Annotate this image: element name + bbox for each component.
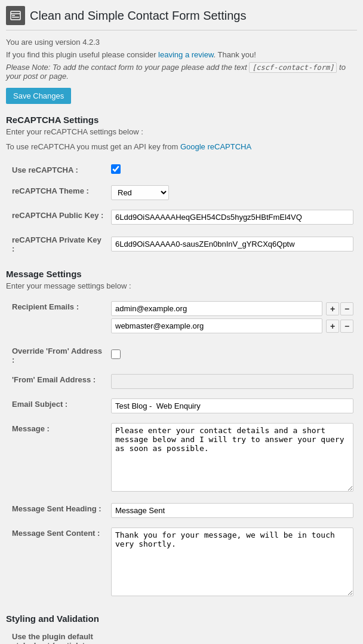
review-link[interactable]: leaving a review (158, 50, 214, 59)
remove-email-btn-1[interactable]: − (340, 302, 353, 315)
recaptcha-public-key-row: reCAPTCHA Public Key : (6, 205, 357, 229)
review-outro: . Thank you! (214, 50, 256, 59)
sent-content-textarea[interactable]: Thank you for your message, we will be i… (111, 528, 353, 596)
add-email-btn-2[interactable]: + (326, 320, 339, 333)
google-recaptcha-link[interactable]: Google reCAPTCHA (180, 142, 251, 151)
recipient-emails-label: Recipient Emails : (6, 296, 107, 341)
message-section-title: Message Settings (6, 269, 357, 279)
sent-content-label: Message Sent Content : (6, 523, 107, 603)
notice-prefix: Please Note: To add the contact form to … (6, 63, 249, 72)
svg-rect-2 (12, 15, 15, 16)
recaptcha-public-key-label: reCAPTCHA Public Key : (6, 205, 107, 229)
recaptcha-use-row: Use reCAPTCHA : (6, 160, 357, 180)
recaptcha-theme-label: reCAPTCHA Theme : (6, 180, 107, 205)
override-from-label: Override 'From' Address : (6, 341, 107, 369)
recaptcha-public-key-input[interactable] (111, 210, 353, 225)
shortcode-notice: Please Note: To add the contact form to … (6, 63, 357, 81)
page-header: Clean and Simple Contact Form Settings (6, 6, 357, 30)
message-label: Message : (6, 418, 107, 498)
message-section-desc: Enter your message settings below : (6, 281, 357, 290)
recaptcha-use-checkbox[interactable] (111, 164, 121, 174)
remove-email-btn-2[interactable]: − (340, 320, 353, 333)
page-title: Clean and Simple Contact Form Settings (30, 9, 246, 23)
add-email-btn-1[interactable]: + (326, 302, 339, 315)
stylesheet-row: Use the plugin default stylesheet (un-ti… (6, 626, 357, 644)
recaptcha-private-key-label: reCAPTCHA Private Key : (6, 229, 107, 258)
stylesheet-label: Use the plugin default stylesheet (un-ti… (6, 626, 107, 644)
version-text: You are using version 4.2.3 (6, 38, 357, 47)
override-from-row: Override 'From' Address : (6, 341, 357, 369)
api-notice-prefix: To use reCAPTCHA you must get an API key… (6, 142, 180, 151)
message-form-table: Recipient Emails : + − + − Override 'Fro… (6, 296, 357, 603)
sent-content-row: Message Sent Content : Thank you for you… (6, 523, 357, 603)
save-button-top[interactable]: Save Changes (6, 88, 71, 104)
review-notice: If you find this plugin useful please co… (6, 50, 357, 59)
from-email-row: 'From' Email Address : (6, 369, 357, 394)
recaptcha-private-key-input[interactable] (111, 237, 353, 252)
email-row-2: + − (111, 318, 353, 333)
recaptcha-use-label: Use reCAPTCHA : (6, 160, 107, 180)
review-intro: If you find this plugin useful please co… (6, 50, 158, 59)
api-notice: To use reCAPTCHA you must get an API key… (6, 142, 357, 151)
styling-form-table: Use the plugin default stylesheet (un-ti… (6, 626, 357, 644)
sent-heading-label: Message Sent Heading : (6, 498, 107, 523)
sent-heading-row: Message Sent Heading : (6, 498, 357, 523)
recipient-emails-row: Recipient Emails : + − + − (6, 296, 357, 341)
from-email-label: 'From' Email Address : (6, 369, 107, 394)
email-subject-label: Email Subject : (6, 394, 107, 418)
recaptcha-theme-row: reCAPTCHA Theme : Red White Blackglass C… (6, 180, 357, 205)
recaptcha-section-desc: Enter your reCAPTCHA settings below : (6, 127, 357, 136)
recaptcha-section-title: ReCAPTCHA Settings (6, 115, 357, 125)
recaptcha-form-table: Use reCAPTCHA : reCAPTCHA Theme : Red Wh… (6, 160, 357, 258)
recipient-email-input-2[interactable] (111, 318, 322, 333)
recipient-email-input-1[interactable] (111, 301, 322, 316)
message-textarea[interactable]: Please enter your contact details and a … (111, 423, 353, 492)
styling-section-title: Styling and Validation (6, 614, 357, 624)
email-subject-input[interactable] (111, 398, 353, 413)
from-email-input[interactable] (111, 374, 353, 389)
recaptcha-theme-select[interactable]: Red White Blackglass Clean (111, 185, 169, 200)
plugin-icon (6, 6, 25, 25)
shortcode: [cscf-contact-form] (249, 62, 337, 73)
sent-heading-input[interactable] (111, 503, 353, 518)
svg-rect-3 (12, 17, 19, 18)
email-row-1: + − (111, 301, 353, 316)
override-from-checkbox[interactable] (111, 349, 121, 359)
email-subject-row: Email Subject : (6, 394, 357, 418)
message-row: Message : Please enter your contact deta… (6, 418, 357, 498)
recaptcha-private-key-row: reCAPTCHA Private Key : (6, 229, 357, 258)
